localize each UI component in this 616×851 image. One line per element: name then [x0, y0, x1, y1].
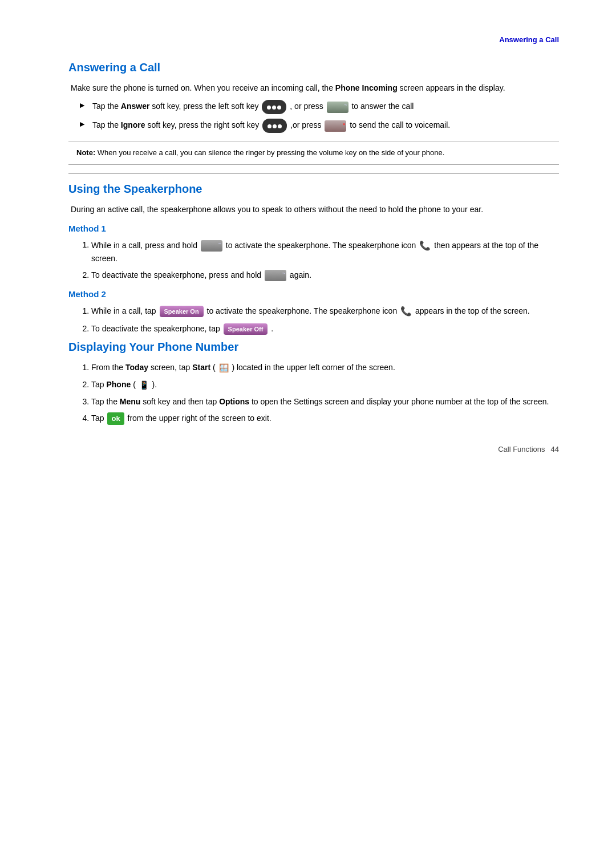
hold-key-method1 [201, 240, 222, 252]
method1-step2: To deactivate the speakerphone, press an… [91, 269, 559, 281]
section3-title: Displaying Your Phone Number [68, 341, 559, 354]
method2-step1: While in a call, tap Speaker On to activ… [91, 305, 559, 318]
start-icon: 🪟 [219, 362, 229, 374]
section1-title: Answering a Call [68, 61, 559, 74]
section3-step1: From the Today screen, tap Start ( 🪟 ) l… [91, 362, 559, 374]
method1-steps: While in a call, press and hold to activ… [68, 239, 559, 281]
phone-icon: 📱 [139, 379, 149, 391]
speakerphone-icon-1: 📞 [419, 239, 431, 253]
method2-steps: While in a call, tap Speaker On to activ… [68, 305, 559, 335]
header-nav-label: Answering a Call [499, 35, 559, 44]
footer: Call Functions 44 [0, 445, 616, 453]
section3-step4: Tap ok from the upper right of the scree… [91, 412, 559, 425]
section2-title: Using the Speakerphone [68, 183, 559, 196]
answer-key-button [327, 102, 348, 113]
section3-step3: Tap the Menu soft key and then tap Optio… [91, 396, 559, 408]
method2-step2: To deactivate the speakerphone, tap Spea… [91, 323, 559, 335]
method1-label: Method 1 [68, 224, 559, 233]
ok-button: ok [107, 412, 124, 425]
footer-section: Call Functions [498, 445, 545, 453]
section2-intro: During an active call, the speakerphone … [68, 204, 559, 216]
speaker-on-button: Speaker On [160, 306, 204, 318]
footer-page: 44 [551, 445, 559, 453]
right-soft-key-oval [262, 119, 287, 133]
header-nav: Answering a Call [68, 34, 559, 44]
method1-step1: While in a call, press and hold to activ… [91, 239, 559, 265]
ignore-key-button [325, 120, 346, 132]
section-divider [68, 173, 559, 173]
section3-steps: From the Today screen, tap Start ( 🪟 ) l… [68, 362, 559, 425]
bullet-ignore: Tap the Ignore soft key, press the right… [80, 119, 559, 133]
method2-label: Method 2 [68, 289, 559, 299]
speaker-off-button: Speaker Off [224, 323, 268, 335]
section3-step2: Tap Phone ( 📱 ). [91, 379, 559, 391]
note-box: Note: When you receive a call, you can s… [68, 141, 559, 165]
section1-intro: Make sure the phone is turned on. When y… [68, 82, 559, 94]
speakerphone-icon-2: 📞 [400, 305, 412, 318]
bullet-answer: Tap the Answer soft key, press the left … [80, 100, 559, 114]
section1-bullet-list: Tap the Answer soft key, press the left … [68, 100, 559, 133]
hold-key-method1-2 [265, 270, 286, 281]
left-soft-key-oval [262, 100, 286, 114]
